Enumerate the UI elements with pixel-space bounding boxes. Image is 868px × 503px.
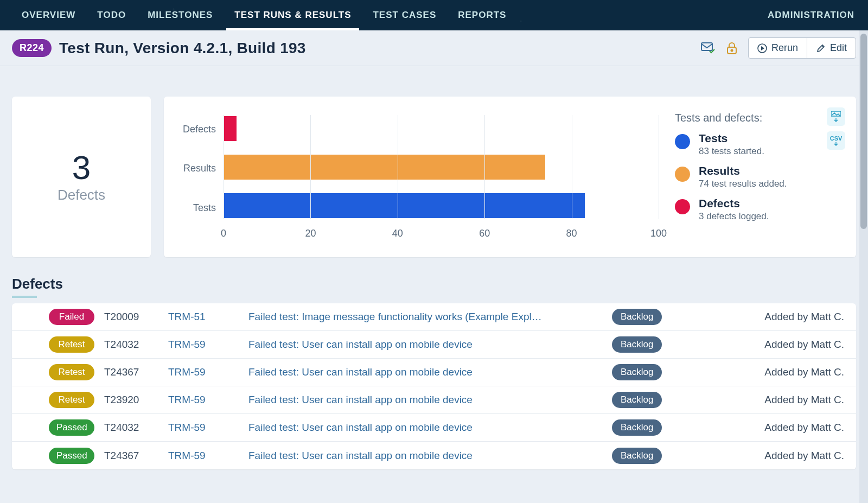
export-csv-button[interactable]: CSV: [827, 131, 845, 150]
test-id: T24367: [104, 366, 158, 378]
rerun-button[interactable]: Rerun: [749, 38, 807, 58]
status-cell: Retest: [29, 392, 94, 408]
chart-bar-tests: [224, 193, 585, 218]
content: 3 Defects DefectsResultsTests 0204060801…: [0, 66, 868, 469]
legend-dot-defects: [675, 199, 690, 214]
page-title: Test Run, Version 4.2.1, Build 193: [59, 40, 306, 57]
defect-link[interactable]: TRM-59: [168, 422, 239, 434]
added-by: Added by Matt C.: [730, 339, 844, 351]
nav-administration[interactable]: ADMINISTRATION: [760, 1, 854, 30]
test-id: T23920: [104, 394, 158, 406]
legend-name: Tests: [699, 132, 764, 145]
defect-link[interactable]: TRM-59: [168, 394, 239, 406]
table-row: RetestT23920TRM-59Failed test: User can …: [12, 386, 856, 414]
defects-table: FailedT20009TRM-51Failed test: Image mes…: [12, 303, 856, 469]
defect-link[interactable]: TRM-59: [168, 366, 239, 378]
status-cell: Passed: [29, 419, 94, 436]
status-badge: Retest: [49, 364, 94, 380]
defect-link[interactable]: TRM-59: [168, 339, 239, 351]
chart-y-labels: DefectsResultsTests: [177, 112, 216, 246]
legend-name: Defects: [699, 197, 769, 210]
nav-milestones[interactable]: MILESTONES: [139, 1, 221, 30]
nav-overview[interactable]: OVERVIEW: [14, 1, 84, 30]
legend-name: Results: [699, 164, 787, 177]
edit-button[interactable]: Edit: [807, 38, 856, 58]
play-circle-icon: [757, 43, 767, 53]
state-badge: Backlog: [612, 336, 662, 353]
defect-link[interactable]: TRM-59: [168, 450, 239, 462]
table-row: RetestT24367TRM-59Failed test: User can …: [12, 359, 856, 386]
defect-count-card: 3 Defects: [12, 97, 151, 257]
header-right: Rerun Edit: [700, 37, 856, 59]
legend-text: Tests83 tests started.: [699, 132, 764, 157]
nav-todo[interactable]: TODO: [89, 1, 134, 30]
status-badge: Passed: [49, 448, 94, 464]
edit-label: Edit: [830, 42, 847, 54]
scrollbar-thumb[interactable]: [860, 34, 867, 229]
legend-item-results: Results74 test results added.: [675, 164, 843, 189]
state-badge: Backlog: [612, 419, 662, 436]
added-by: Added by Matt C.: [730, 394, 844, 406]
chart-xtick: 60: [479, 228, 490, 239]
mail-check-icon[interactable]: [700, 41, 716, 56]
nav-test-runs-results[interactable]: TEST RUNS & RESULTS: [226, 1, 359, 30]
lock-icon[interactable]: [724, 41, 739, 56]
status-badge: Passed: [49, 419, 94, 436]
defect-title-link[interactable]: Failed test: User can install app on mob…: [248, 450, 602, 462]
legend-text: Defects3 defects logged.: [699, 197, 769, 222]
chart-x-axis: 020406080100: [224, 222, 659, 246]
legend-desc: 3 defects logged.: [699, 211, 769, 222]
status-cell: Failed: [29, 309, 94, 325]
chart-bars: [224, 112, 659, 222]
nav-reports[interactable]: REPORTS: [450, 1, 514, 30]
header-bar: R224 Test Run, Version 4.2.1, Build 193 …: [0, 30, 868, 66]
run-badge: R224: [12, 39, 52, 57]
defect-count-number: 3: [72, 151, 91, 184]
table-row: FailedT20009TRM-51Failed test: Image mes…: [12, 303, 856, 331]
defects-section: Defects FailedT20009TRM-51Failed test: I…: [12, 276, 856, 469]
nav-test-cases[interactable]: TEST CASES: [365, 1, 444, 30]
state-cell: Backlog: [612, 336, 720, 353]
nav-right: ADMINISTRATION: [760, 1, 854, 30]
chart-ylabel: Results: [177, 163, 216, 174]
state-badge: Backlog: [612, 392, 662, 408]
defect-title-link[interactable]: Failed test: User can install app on mob…: [248, 339, 602, 351]
test-id: T20009: [104, 311, 158, 323]
state-cell: Backlog: [612, 364, 720, 380]
state-badge: Backlog: [612, 448, 662, 464]
defect-title-link[interactable]: Failed test: User can install app on mob…: [248, 394, 602, 406]
defect-title-link[interactable]: Failed test: User can install app on mob…: [248, 422, 602, 434]
legend-desc: 74 test results added.: [699, 179, 787, 189]
added-by: Added by Matt C.: [730, 450, 844, 462]
status-cell: Passed: [29, 448, 94, 464]
status-badge: Retest: [49, 392, 94, 408]
pencil-icon: [816, 43, 826, 53]
chart-plot: 020406080100: [224, 112, 659, 246]
download-arrow-icon: [833, 118, 839, 123]
export-image-button[interactable]: [827, 107, 845, 126]
scrollbar[interactable]: [859, 30, 868, 503]
summary-row: 3 Defects DefectsResultsTests 0204060801…: [12, 97, 856, 257]
status-badge: Failed: [49, 309, 94, 325]
defect-title-link[interactable]: Failed test: User can install app on mob…: [248, 366, 602, 378]
legend-item-defects: Defects3 defects logged.: [675, 197, 843, 222]
defects-section-title: Defects: [12, 276, 856, 297]
defect-title-link[interactable]: Failed test: Image message functionality…: [248, 311, 602, 323]
header-left: R224 Test Run, Version 4.2.1, Build 193: [12, 39, 306, 57]
legend-item-tests: Tests83 tests started.: [675, 132, 843, 157]
nav-left: OVERVIEWTODOMILESTONESTEST RUNS & RESULT…: [14, 1, 514, 30]
legend-desc: 83 tests started.: [699, 146, 764, 157]
export-buttons: CSV: [827, 107, 845, 150]
chart-xtick: 20: [305, 228, 316, 239]
state-cell: Backlog: [612, 309, 720, 325]
defect-link[interactable]: TRM-51: [168, 311, 239, 323]
legend-dot-results: [675, 167, 690, 182]
table-row: PassedT24367TRM-59Failed test: User can …: [12, 442, 856, 469]
state-cell: Backlog: [612, 419, 720, 436]
status-cell: Retest: [29, 336, 94, 353]
added-by: Added by Matt C.: [730, 311, 844, 323]
test-id: T24032: [104, 422, 158, 434]
download-arrow-icon: [833, 142, 839, 147]
header-actions: Rerun Edit: [748, 37, 856, 59]
status-cell: Retest: [29, 364, 94, 380]
